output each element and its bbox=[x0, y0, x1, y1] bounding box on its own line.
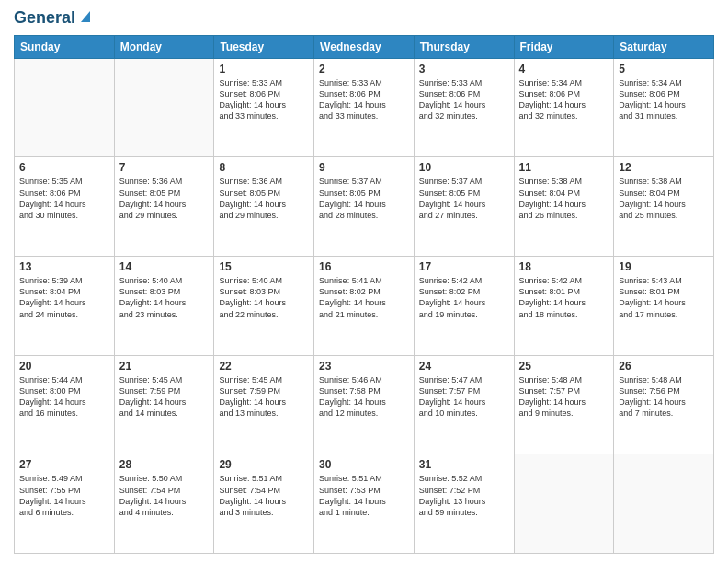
calendar-cell: 19Sunrise: 5:43 AMSunset: 8:01 PMDayligh… bbox=[614, 257, 714, 356]
svg-marker-0 bbox=[81, 11, 90, 22]
calendar-week-3: 13Sunrise: 5:39 AMSunset: 8:04 PMDayligh… bbox=[15, 257, 714, 356]
day-number: 26 bbox=[619, 360, 709, 373]
calendar-week-5: 27Sunrise: 5:49 AMSunset: 7:55 PMDayligh… bbox=[15, 454, 714, 554]
day-info: Sunrise: 5:52 AMSunset: 7:52 PMDaylight:… bbox=[419, 473, 509, 518]
day-info: Sunrise: 5:47 AMSunset: 7:57 PMDaylight:… bbox=[419, 374, 509, 419]
day-number: 28 bbox=[119, 458, 210, 471]
day-info: Sunrise: 5:34 AMSunset: 8:06 PMDaylight:… bbox=[619, 77, 709, 122]
day-info: Sunrise: 5:37 AMSunset: 8:05 PMDaylight:… bbox=[319, 176, 409, 221]
day-info: Sunrise: 5:43 AMSunset: 8:01 PMDaylight:… bbox=[619, 275, 709, 320]
calendar-cell: 14Sunrise: 5:40 AMSunset: 8:03 PMDayligh… bbox=[114, 257, 214, 356]
day-number: 3 bbox=[419, 63, 509, 75]
calendar-cell: 17Sunrise: 5:42 AMSunset: 8:02 PMDayligh… bbox=[414, 257, 514, 356]
day-info: Sunrise: 5:48 AMSunset: 7:57 PMDaylight:… bbox=[519, 374, 609, 419]
day-info: Sunrise: 5:42 AMSunset: 8:02 PMDaylight:… bbox=[419, 275, 509, 320]
calendar-cell: 1Sunrise: 5:33 AMSunset: 8:06 PMDaylight… bbox=[214, 58, 314, 157]
calendar-cell: 9Sunrise: 5:37 AMSunset: 8:05 PMDaylight… bbox=[314, 157, 415, 257]
calendar-cell: 27Sunrise: 5:49 AMSunset: 7:55 PMDayligh… bbox=[15, 454, 115, 554]
day-info: Sunrise: 5:50 AMSunset: 7:54 PMDaylight:… bbox=[119, 473, 210, 518]
calendar-week-2: 6Sunrise: 5:35 AMSunset: 8:06 PMDaylight… bbox=[15, 157, 714, 257]
weekday-sunday: Sunday bbox=[15, 35, 115, 58]
day-number: 12 bbox=[619, 161, 709, 174]
logo-text: General bbox=[14, 9, 75, 28]
day-number: 22 bbox=[219, 360, 309, 373]
calendar-cell: 2Sunrise: 5:33 AMSunset: 8:06 PMDaylight… bbox=[314, 58, 415, 157]
day-number: 13 bbox=[19, 260, 109, 273]
page: General SundayMondayTuesdayWednesdayThur… bbox=[0, 0, 728, 563]
calendar-cell: 20Sunrise: 5:44 AMSunset: 8:00 PMDayligh… bbox=[15, 355, 115, 454]
calendar-cell: 29Sunrise: 5:51 AMSunset: 7:54 PMDayligh… bbox=[214, 454, 314, 554]
calendar-week-1: 1Sunrise: 5:33 AMSunset: 8:06 PMDaylight… bbox=[15, 58, 714, 157]
day-info: Sunrise: 5:40 AMSunset: 8:03 PMDaylight:… bbox=[119, 275, 210, 320]
calendar-cell: 8Sunrise: 5:36 AMSunset: 8:05 PMDaylight… bbox=[214, 157, 314, 257]
day-info: Sunrise: 5:49 AMSunset: 7:55 PMDaylight:… bbox=[19, 473, 109, 518]
day-number: 29 bbox=[219, 458, 309, 471]
day-info: Sunrise: 5:33 AMSunset: 8:06 PMDaylight:… bbox=[219, 77, 309, 122]
logo-icon bbox=[77, 9, 92, 24]
calendar-cell: 26Sunrise: 5:48 AMSunset: 7:56 PMDayligh… bbox=[614, 355, 714, 454]
day-number: 17 bbox=[419, 260, 509, 273]
day-number: 31 bbox=[419, 458, 509, 471]
day-info: Sunrise: 5:36 AMSunset: 8:05 PMDaylight:… bbox=[119, 176, 210, 221]
calendar-cell: 31Sunrise: 5:52 AMSunset: 7:52 PMDayligh… bbox=[414, 454, 514, 554]
day-info: Sunrise: 5:33 AMSunset: 8:06 PMDaylight:… bbox=[419, 77, 509, 122]
weekday-monday: Monday bbox=[114, 35, 214, 58]
day-number: 6 bbox=[19, 161, 109, 174]
day-info: Sunrise: 5:45 AMSunset: 7:59 PMDaylight:… bbox=[119, 374, 210, 419]
day-info: Sunrise: 5:51 AMSunset: 7:54 PMDaylight:… bbox=[219, 473, 309, 518]
day-number: 16 bbox=[319, 260, 409, 273]
weekday-tuesday: Tuesday bbox=[214, 35, 314, 58]
day-info: Sunrise: 5:40 AMSunset: 8:03 PMDaylight:… bbox=[219, 275, 309, 320]
day-number: 11 bbox=[519, 161, 609, 174]
day-info: Sunrise: 5:35 AMSunset: 8:06 PMDaylight:… bbox=[19, 176, 109, 221]
calendar-cell: 4Sunrise: 5:34 AMSunset: 8:06 PMDaylight… bbox=[514, 58, 614, 157]
day-info: Sunrise: 5:42 AMSunset: 8:01 PMDaylight:… bbox=[519, 275, 609, 320]
day-info: Sunrise: 5:45 AMSunset: 7:59 PMDaylight:… bbox=[219, 374, 309, 419]
day-info: Sunrise: 5:36 AMSunset: 8:05 PMDaylight:… bbox=[219, 176, 309, 221]
day-number: 10 bbox=[419, 161, 509, 174]
weekday-thursday: Thursday bbox=[414, 35, 514, 58]
calendar-cell: 10Sunrise: 5:37 AMSunset: 8:05 PMDayligh… bbox=[414, 157, 514, 257]
day-number: 20 bbox=[19, 360, 109, 373]
weekday-wednesday: Wednesday bbox=[314, 35, 415, 58]
calendar-cell: 12Sunrise: 5:38 AMSunset: 8:04 PMDayligh… bbox=[614, 157, 714, 257]
calendar-cell: 21Sunrise: 5:45 AMSunset: 7:59 PMDayligh… bbox=[114, 355, 214, 454]
calendar-cell bbox=[614, 454, 714, 554]
weekday-saturday: Saturday bbox=[614, 35, 714, 58]
day-info: Sunrise: 5:39 AMSunset: 8:04 PMDaylight:… bbox=[19, 275, 109, 320]
day-number: 1 bbox=[219, 63, 309, 75]
day-info: Sunrise: 5:46 AMSunset: 7:58 PMDaylight:… bbox=[319, 374, 409, 419]
day-number: 19 bbox=[619, 260, 709, 273]
header: General bbox=[14, 9, 714, 28]
calendar-cell: 16Sunrise: 5:41 AMSunset: 8:02 PMDayligh… bbox=[314, 257, 415, 356]
day-number: 25 bbox=[519, 360, 609, 373]
weekday-friday: Friday bbox=[514, 35, 614, 58]
day-number: 7 bbox=[119, 161, 210, 174]
day-info: Sunrise: 5:37 AMSunset: 8:05 PMDaylight:… bbox=[419, 176, 509, 221]
calendar-cell: 30Sunrise: 5:51 AMSunset: 7:53 PMDayligh… bbox=[314, 454, 415, 554]
day-info: Sunrise: 5:44 AMSunset: 8:00 PMDaylight:… bbox=[19, 374, 109, 419]
day-number: 23 bbox=[319, 360, 409, 373]
calendar-cell: 25Sunrise: 5:48 AMSunset: 7:57 PMDayligh… bbox=[514, 355, 614, 454]
day-info: Sunrise: 5:38 AMSunset: 8:04 PMDaylight:… bbox=[519, 176, 609, 221]
day-number: 24 bbox=[419, 360, 509, 373]
calendar-cell: 28Sunrise: 5:50 AMSunset: 7:54 PMDayligh… bbox=[114, 454, 214, 554]
day-number: 4 bbox=[519, 63, 609, 75]
day-number: 18 bbox=[519, 260, 609, 273]
calendar-cell: 24Sunrise: 5:47 AMSunset: 7:57 PMDayligh… bbox=[414, 355, 514, 454]
day-number: 15 bbox=[219, 260, 309, 273]
calendar-cell: 6Sunrise: 5:35 AMSunset: 8:06 PMDaylight… bbox=[15, 157, 115, 257]
weekday-header-row: SundayMondayTuesdayWednesdayThursdayFrid… bbox=[15, 35, 714, 58]
calendar-cell bbox=[114, 58, 214, 157]
calendar-cell: 23Sunrise: 5:46 AMSunset: 7:58 PMDayligh… bbox=[314, 355, 415, 454]
calendar-cell bbox=[514, 454, 614, 554]
day-info: Sunrise: 5:51 AMSunset: 7:53 PMDaylight:… bbox=[319, 473, 409, 518]
day-number: 21 bbox=[119, 360, 210, 373]
day-info: Sunrise: 5:38 AMSunset: 8:04 PMDaylight:… bbox=[619, 176, 709, 221]
day-number: 8 bbox=[219, 161, 309, 174]
day-info: Sunrise: 5:33 AMSunset: 8:06 PMDaylight:… bbox=[319, 77, 409, 122]
day-number: 2 bbox=[319, 63, 409, 75]
day-info: Sunrise: 5:48 AMSunset: 7:56 PMDaylight:… bbox=[619, 374, 709, 419]
day-number: 27 bbox=[19, 458, 109, 471]
calendar-cell: 5Sunrise: 5:34 AMSunset: 8:06 PMDaylight… bbox=[614, 58, 714, 157]
